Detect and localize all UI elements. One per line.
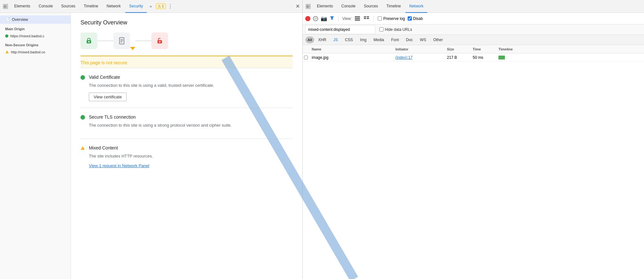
disable-cache-label: Disab [408,16,423,21]
filter-tab-all[interactable]: All [305,36,314,43]
security-title: Security Overview [80,19,293,26]
svg-text:⚙: ⚙ [4,5,6,8]
tls-dot [80,115,85,120]
tab-sources-right[interactable]: Sources [360,0,382,13]
tab-network-left[interactable]: Network [103,0,125,13]
list-view-icon [355,16,360,21]
hide-data-urls-checkbox[interactable] [379,27,384,32]
network-table: Name Initiator Size Time Timeline image.… [303,45,644,279]
col-time-header: Time [470,47,496,51]
left-toolbar: ⚙ Elements Console Sources Timeline Netw… [0,0,302,13]
svg-text:!: ! [7,52,7,54]
filter-tab-doc[interactable]: Doc [403,35,416,44]
secure-icon-box [80,32,97,49]
insecure-icon-box [151,32,168,49]
valid-cert-section: Valid Certificate The connection to this… [80,68,293,108]
close-devtools-button[interactable]: ✕ [296,4,300,9]
mixed-title: Mixed Content [89,145,293,150]
devtools-logo-icon: ⚙ [3,4,8,9]
view-network-panel-link[interactable]: View 1 request in Network Panel [89,163,149,168]
filter-tab-js[interactable]: JS [330,35,341,44]
svg-rect-24 [367,18,369,19]
filter-tab-ws[interactable]: WS [417,35,429,44]
sec-line-1 [97,40,113,41]
filter-input[interactable] [308,27,373,32]
sidebar-item-non-secure[interactable]: ! http://mixed.badssl.co [0,48,71,56]
group-view-icon [364,16,369,21]
col-size-header: Size [444,47,470,51]
table-row[interactable]: image.jpg (index):17 217 B 50 ms [303,53,644,62]
mixed-desc: The site includes HTTP resources. [89,153,293,159]
tab-security-left[interactable]: Security [125,0,147,13]
svg-rect-5 [88,41,90,42]
filter-tab-media[interactable]: Media [370,35,387,44]
view-label: View: [342,16,352,21]
sidebar-item-overview[interactable]: 📄 Overview [0,15,71,24]
svg-rect-20 [355,20,360,21]
mixed-content-content: Mixed Content The site includes HTTP res… [89,145,293,168]
hide-data-urls-label: Hide data URLs [379,27,412,32]
filter-input-container [305,25,375,34]
svg-rect-19 [355,18,360,19]
tab-network-right[interactable]: Network [405,0,427,13]
tab-sources-left[interactable]: Sources [57,0,79,13]
sidebar-item-main-origin[interactable]: https://mixed.badssl.c [0,32,71,40]
non-secure-origins-header: Non-Secure Origins [0,40,71,48]
filter-bar: Hide data URLs [303,24,644,35]
view-certificate-button[interactable]: View certificate [89,93,127,101]
doc-icon-box [113,32,130,49]
col-name-header: Name [309,47,393,51]
svg-rect-22 [367,16,369,17]
filter-icon[interactable] [330,16,334,22]
filter-tab-img[interactable]: Img [357,35,370,44]
row-checkbox [303,56,309,59]
tls-desc: The connection to this site is using a s… [89,122,293,129]
record-button[interactable] [305,16,310,21]
vertical-divider-2 [374,15,374,22]
tab-timeline-right[interactable]: Timeline [383,0,405,13]
tls-content: Secure TLS connection The connection to … [89,114,293,132]
row-time: 50 ms [470,55,496,60]
more-options-button[interactable]: ⋮ [168,3,173,9]
svg-rect-18 [355,16,360,17]
tls-title: Secure TLS connection [89,114,293,120]
initiator-link[interactable]: (index):17 [395,55,412,60]
left-panel: ⚙ Elements Console Sources Timeline Netw… [0,0,303,279]
row-size: 217 B [444,55,470,60]
filter-tab-other[interactable]: Other [430,35,446,44]
network-filter-tabs: All XHR JS CSS Img Media Font Doc WS Oth… [303,35,644,45]
disable-cache-checkbox[interactable] [408,16,412,21]
list-view-button[interactable] [354,16,361,21]
svg-marker-17 [330,16,334,20]
tab-console-left[interactable]: Console [35,0,57,13]
filter-tab-font[interactable]: Font [388,35,402,44]
group-view-button[interactable] [363,16,370,21]
filter-tab-css[interactable]: CSS [342,35,356,44]
preserve-log-label: Preserve log [378,16,405,21]
mixed-warning-icon: ! [80,146,85,150]
tab-elements-left[interactable]: Elements [10,0,34,13]
tls-section: Secure TLS connection The connection to … [80,108,293,139]
security-icons-bar [80,32,293,49]
network-toolbar: ⚙ Elements Console Sources Timeline Netw… [303,0,644,13]
stop-button[interactable]: ⊘ [313,16,318,21]
funnel-icon [330,16,334,20]
filter-tab-xhr[interactable]: XHR [315,35,329,44]
mixed-content-section: ! Mixed Content The site includes HTTP r… [80,139,293,175]
row-timeline [496,56,644,59]
screenshot-icon[interactable]: 📷 [321,15,327,22]
sec-line-2 [135,40,151,41]
svg-text:⚙: ⚙ [306,5,309,8]
lock-icon [84,36,93,45]
not-secure-text: This page is not secure. [80,60,293,65]
tab-console-right[interactable]: Console [337,0,359,13]
tab-timeline-left[interactable]: Timeline [80,0,102,13]
row-select-checkbox[interactable] [304,56,308,59]
valid-cert-title: Valid Certificate [89,75,293,80]
doc-icon: 📄 [5,17,10,22]
devtools-logo-icon-right: ⚙ [305,4,311,9]
tab-overflow-left[interactable]: » [147,4,154,9]
preserve-log-checkbox[interactable] [378,16,382,21]
tab-elements-right[interactable]: Elements [313,0,337,13]
col-timeline-header: Timeline [496,47,644,51]
